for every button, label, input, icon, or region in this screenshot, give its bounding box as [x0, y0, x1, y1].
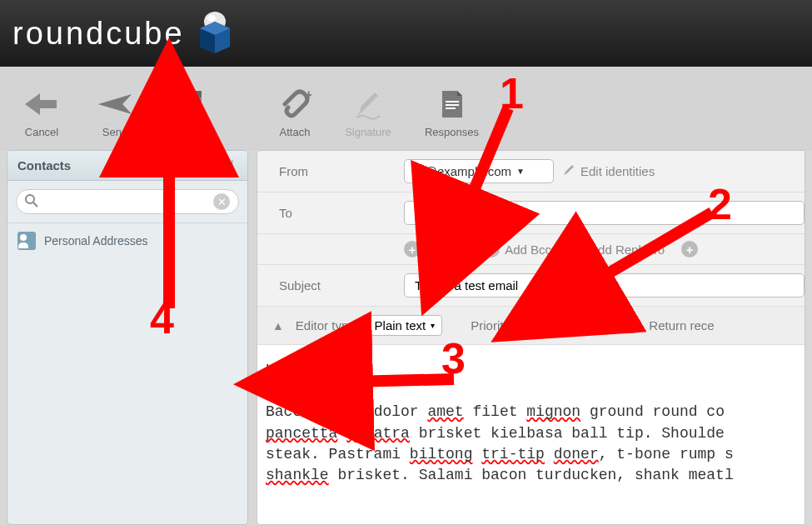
nav-arrows: ❘◀ ◀ ▶ ▶❘: [151, 158, 237, 173]
app-header: roundcube: [0, 0, 812, 67]
svg-rect-5: [446, 101, 459, 102]
from-label: From: [279, 164, 404, 178]
options-row: ▲ Editor type Plain text▾ Priority Norma…: [257, 307, 805, 345]
app-logo: roundcube: [12, 10, 238, 57]
search-icon: [25, 194, 38, 210]
send-icon: [97, 88, 133, 121]
to-input-wrapper: [404, 201, 805, 225]
to-input[interactable]: [415, 206, 794, 220]
priority-select[interactable]: Normal▾: [521, 315, 585, 336]
last-icon[interactable]: ▶❘: [217, 158, 237, 173]
svg-point-1: [207, 15, 216, 22]
contacts-header: Contacts ❘◀ ◀ ▶ ▶❘: [7, 151, 247, 181]
subject-label: Subject: [279, 278, 404, 292]
chevron-down-icon: ▾: [574, 321, 578, 330]
subject-input[interactable]: [415, 278, 794, 292]
document-icon: [434, 88, 471, 121]
annotation-1: 1: [500, 68, 524, 118]
subject-row: Subject: [257, 265, 805, 307]
search-input[interactable]: [43, 195, 213, 208]
return-receipt-checkbox[interactable]: [622, 318, 637, 333]
add-more-button[interactable]: +: [681, 241, 698, 258]
svg-rect-6: [446, 104, 459, 106]
chevron-down-icon: ▼: [516, 167, 525, 176]
addressbook-icon: [17, 232, 36, 250]
contacts-title: Contacts: [17, 158, 151, 172]
add-bcc-button[interactable]: +Add Bcc: [483, 241, 551, 258]
add-recipients-row: +Add Cc +Add Bcc +Add Reply-To +: [257, 234, 805, 265]
svg-rect-3: [175, 91, 202, 98]
address-book-item[interactable]: Personal Addresses: [7, 223, 247, 258]
add-reply-to-button[interactable]: +Add Reply-To: [568, 241, 665, 258]
save-button[interactable]: Save: [159, 88, 217, 138]
svg-line-9: [33, 202, 37, 207]
plus-icon: +: [681, 241, 698, 258]
collapse-toggle-icon[interactable]: ▲: [272, 319, 284, 332]
editor-type-label: Editor type: [296, 318, 356, 332]
search-box[interactable]: ✕: [16, 189, 239, 214]
responses-button[interactable]: Responses: [412, 88, 491, 138]
chevron-down-icon: ▾: [431, 321, 435, 330]
attach-button[interactable]: + Attach: [266, 88, 324, 138]
contacts-sidebar: Contacts ❘◀ ◀ ▶ ▶❘ ✕ Personal Addresses: [7, 150, 248, 525]
compose-toolbar: Cancel Send Save + Attach Signature Resp…: [0, 67, 812, 150]
paperclip-icon: +: [276, 88, 313, 121]
plus-icon: +: [404, 241, 421, 258]
signature-button[interactable]: Signature: [339, 88, 397, 138]
subject-input-wrapper: [404, 273, 805, 298]
pencil-icon: [562, 163, 575, 179]
annotation-2: 2: [708, 179, 732, 229]
plus-icon: +: [483, 241, 500, 258]
pen-icon: [350, 88, 386, 121]
message-body[interactable]: Hello, Bacon ipsum dolor amet filet mign…: [257, 345, 805, 524]
svg-text:+: +: [305, 88, 311, 102]
app-name: roundcube: [12, 16, 185, 52]
back-arrow-icon: [23, 88, 60, 121]
prev-icon[interactable]: ◀: [180, 158, 190, 173]
svg-point-8: [26, 195, 34, 203]
edit-identities-link[interactable]: Edit identities: [562, 163, 655, 179]
address-book-label: Personal Addresses: [44, 234, 148, 248]
from-value: jp@example.com: [415, 164, 511, 178]
cube-icon: [192, 10, 238, 57]
save-icon: [170, 88, 207, 121]
main-area: Contacts ❘◀ ◀ ▶ ▶❘ ✕ Personal Addresses: [0, 150, 812, 525]
from-select[interactable]: jp@example.com ▼: [404, 159, 554, 183]
to-label: To: [279, 206, 404, 220]
priority-label: Priority: [471, 318, 510, 332]
annotation-3: 3: [441, 333, 466, 383]
annotation-4: 4: [150, 293, 174, 343]
send-button[interactable]: Send: [86, 88, 144, 138]
edit-identities-label: Edit identities: [580, 164, 655, 178]
first-icon[interactable]: ❘◀: [151, 158, 172, 173]
return-receipt-label: Return rece: [649, 318, 714, 332]
clear-search-icon[interactable]: ✕: [213, 193, 230, 210]
plus-icon: +: [568, 241, 585, 258]
editor-type-select[interactable]: Plain text▾: [367, 315, 443, 336]
search-row: ✕: [7, 181, 247, 223]
next-icon[interactable]: ▶: [198, 158, 208, 173]
cancel-button[interactable]: Cancel: [12, 88, 71, 138]
svg-rect-7: [446, 108, 456, 109]
add-cc-button[interactable]: +Add Cc: [404, 241, 466, 258]
